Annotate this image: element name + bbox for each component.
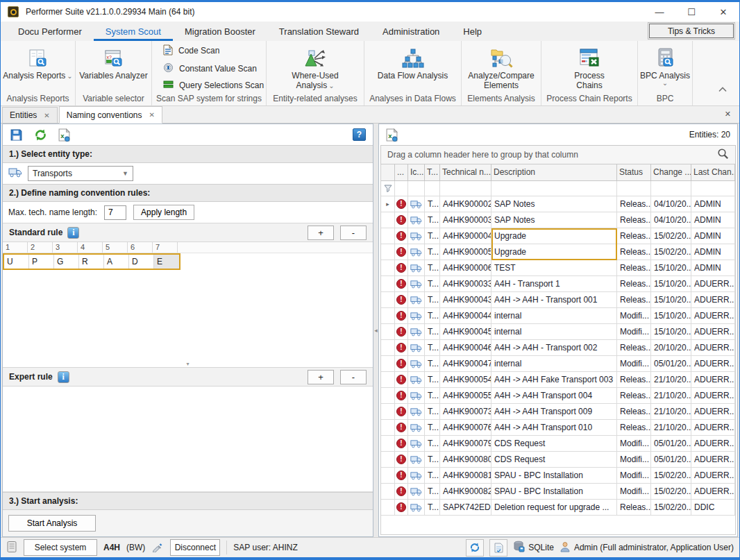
search-icon[interactable] xyxy=(717,148,729,162)
data-flow-analysis-button[interactable]: Data Flow Analysis xyxy=(364,41,461,94)
table-row[interactable]: ! T... A4HK900079 CDS Request Modifi... … xyxy=(381,436,735,452)
tips-and-tricks-button[interactable]: Tips & Tricks xyxy=(649,24,734,38)
rule-value-cell[interactable]: R xyxy=(79,255,104,269)
query-selections-scan-button[interactable]: Query Selections Scan xyxy=(163,80,266,91)
column-header-dots[interactable]: ... xyxy=(395,164,408,180)
close-button[interactable]: ✕ xyxy=(707,2,739,22)
menu-item-migration-booster[interactable]: Migration Booster xyxy=(173,22,267,41)
column-header-change-date[interactable]: Change ... xyxy=(651,164,691,180)
menu-item-system-scout[interactable]: System Scout xyxy=(94,22,173,41)
maximize-button[interactable]: ☐ xyxy=(675,2,707,22)
export-excel-button[interactable]: x xyxy=(386,128,398,142)
constant-value-scan-button[interactable]: Constant Value Scan xyxy=(163,62,266,75)
group-by-bar[interactable]: Drag a column header here to group by th… xyxy=(380,145,736,164)
column-header-technical-name[interactable]: Technical n...▲ xyxy=(440,164,491,180)
minimize-button[interactable]: — xyxy=(644,2,675,22)
table-row[interactable]: ! T... A4HK900080 CDS Request Modifi... … xyxy=(381,452,735,468)
table-row[interactable]: ! T... A4HK900082 SPAU - BPC Installatio… xyxy=(381,484,735,500)
table-row[interactable]: ! T... A4HK900073 A4H -> A4H Transport 0… xyxy=(381,404,735,420)
close-icon[interactable]: ✕ xyxy=(149,111,154,119)
rule-value-cell[interactable]: P xyxy=(29,255,54,269)
tab-naming-conventions[interactable]: Naming conventions ✕ xyxy=(59,106,162,124)
select-system-button[interactable]: Select system xyxy=(24,539,97,556)
expert-rule-add-button[interactable]: + xyxy=(308,370,334,384)
menu-item-translation-steward[interactable]: Translation Steward xyxy=(267,22,371,41)
table-row[interactable]: ! T... SAPK742EDL Deletion request for u… xyxy=(381,500,735,516)
menu-item-help[interactable]: Help xyxy=(451,22,494,41)
table-row[interactable]: ! T... A4HK900045 internal Modifi... 15/… xyxy=(381,324,735,340)
row-expander[interactable]: ▸ xyxy=(381,196,395,212)
rule-value-cell[interactable]: D xyxy=(129,255,154,269)
rule-value-cell[interactable]: U xyxy=(4,255,29,269)
filter-cell[interactable] xyxy=(395,181,408,196)
column-header-last-changed[interactable]: Last Chan... xyxy=(691,164,735,180)
refresh-button[interactable] xyxy=(34,128,47,142)
standard-rule-add-button[interactable]: + xyxy=(308,226,334,240)
table-row[interactable]: ! T... A4HK900076 A4H -> A4H Transport 0… xyxy=(381,420,735,436)
row-expander[interactable] xyxy=(381,340,395,355)
table-row[interactable]: ! T... A4HK900044 internal Modifi... 15/… xyxy=(381,308,735,324)
sync-button[interactable] xyxy=(466,539,484,557)
row-expander[interactable] xyxy=(381,324,395,339)
row-expander[interactable] xyxy=(381,292,395,307)
grid-filter-row[interactable] xyxy=(381,181,735,196)
rule-value-cell[interactable]: A xyxy=(104,255,129,269)
table-row[interactable]: ! T... A4HK900081 SPAU - BPC Installatio… xyxy=(381,468,735,484)
table-row[interactable]: ! T... A4HK900004 Upgrade Releas... 15/0… xyxy=(381,228,735,244)
filter-cell[interactable] xyxy=(651,181,691,196)
row-expander[interactable] xyxy=(381,420,395,435)
filter-cell[interactable] xyxy=(408,181,425,196)
expert-rule-remove-button[interactable]: - xyxy=(340,370,367,384)
where-used-analysis-button[interactable]: Where-Used Analysis⌄ xyxy=(267,41,364,94)
standard-rule-remove-button[interactable]: - xyxy=(340,226,367,240)
export-excel-button[interactable]: x xyxy=(58,128,70,142)
row-expander[interactable] xyxy=(381,244,395,260)
process-chains-button[interactable]: Process Chains xyxy=(541,41,637,94)
filter-cell[interactable] xyxy=(691,181,735,196)
row-expander[interactable] xyxy=(381,436,395,451)
code-scan-button[interactable]: Code Scan xyxy=(163,44,266,58)
row-expander[interactable] xyxy=(381,452,395,467)
rule-value-cell[interactable]: G xyxy=(54,255,79,269)
column-header-icon[interactable]: Ic... xyxy=(408,164,425,180)
save-button[interactable] xyxy=(10,128,23,142)
close-icon[interactable]: ✕ xyxy=(44,112,49,119)
tab-entities[interactable]: Entities ✕ xyxy=(2,107,58,123)
table-row[interactable]: ! T... A4HK900054 A4H -> A4H Fake Transp… xyxy=(381,372,735,388)
variables-analyzer-button[interactable]: x? Variables Analyzer xyxy=(76,41,151,94)
row-expander[interactable] xyxy=(381,484,395,499)
filter-cell[interactable] xyxy=(491,181,617,196)
table-row[interactable]: ! T... A4HK900046 A4H -> A4H - Transport… xyxy=(381,340,735,356)
filter-icon[interactable] xyxy=(381,181,395,196)
filter-cell[interactable] xyxy=(617,181,651,196)
row-expander[interactable] xyxy=(381,276,395,291)
row-expander[interactable] xyxy=(381,500,395,515)
ribbon-collapse-icon[interactable] xyxy=(718,85,727,94)
row-expander[interactable] xyxy=(381,308,395,323)
vertical-splitter[interactable]: ◂ xyxy=(373,124,378,537)
log-document-button[interactable] xyxy=(489,539,507,557)
table-row[interactable]: ! T... A4HK900047 internal Modifi... 05/… xyxy=(381,356,735,372)
entity-type-dropdown[interactable]: Transports ▼ xyxy=(28,166,133,181)
info-icon[interactable]: i xyxy=(58,371,69,383)
rule-value-cell[interactable]: E xyxy=(154,255,179,269)
start-analysis-button[interactable]: Start Analysis xyxy=(8,515,96,532)
row-expander[interactable] xyxy=(381,212,395,228)
table-row[interactable]: ! T... A4HK900005 Upgrade Releas... 15/0… xyxy=(381,244,735,260)
horizontal-splitter[interactable]: ▾ xyxy=(3,360,373,367)
column-header-status[interactable]: Status xyxy=(617,164,651,180)
expander-column-header[interactable] xyxy=(381,164,395,180)
disconnect-button[interactable]: Disconnect xyxy=(170,539,220,556)
analysis-reports-button[interactable]: Analysis Reports⌄ xyxy=(1,41,75,94)
filter-cell[interactable] xyxy=(440,181,491,196)
row-expander[interactable] xyxy=(381,404,395,419)
close-document-icon[interactable]: ✕ xyxy=(725,110,731,119)
row-expander[interactable] xyxy=(381,388,395,403)
apply-length-button[interactable]: Apply length xyxy=(133,205,194,220)
row-expander[interactable] xyxy=(381,228,395,244)
help-button[interactable]: ? xyxy=(353,128,366,141)
expert-rule-grid[interactable] xyxy=(3,387,373,492)
table-row[interactable]: ! T... A4HK900003 SAP Notes Releas... 04… xyxy=(381,212,735,228)
table-row[interactable]: ! T... A4HK900055 A4H -> A4H Transport 0… xyxy=(381,388,735,404)
menu-item-administration[interactable]: Administration xyxy=(371,22,451,41)
